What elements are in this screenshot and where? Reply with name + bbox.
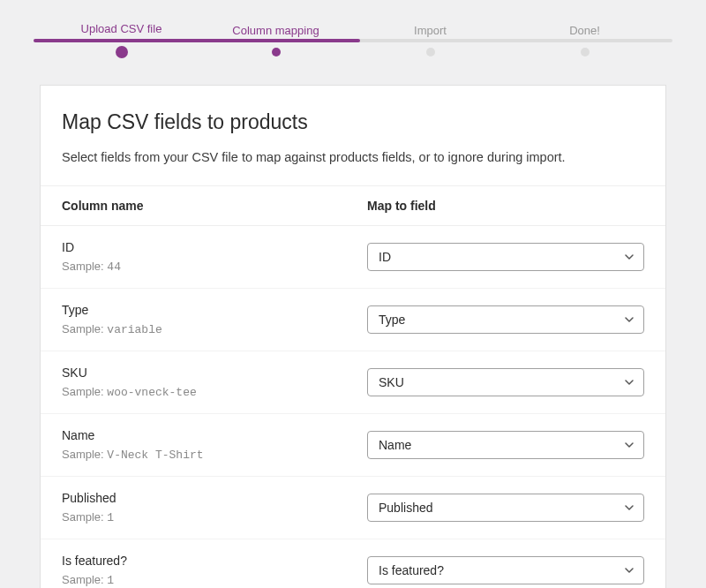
page-description: Select fields from your CSV file to map …: [62, 148, 644, 168]
column-name: Type: [62, 303, 367, 317]
column-sample: Sample: V-Neck T-Shirt: [62, 448, 367, 462]
step-column-mapping[interactable]: Column mapping: [199, 24, 353, 57]
select-value: Type: [379, 313, 405, 327]
step-label: Upload CSV file: [81, 22, 162, 35]
row-map: ID: [367, 243, 644, 271]
table-row: SKU Sample: woo-vneck-tee SKU: [41, 351, 665, 414]
chevron-down-icon: [624, 252, 635, 262]
row-info: ID Sample: 44: [62, 240, 367, 274]
row-info: Type Sample: variable: [62, 303, 367, 336]
chevron-down-icon: [624, 314, 635, 325]
table-row: Published Sample: 1 Published: [41, 477, 665, 539]
map-field-select[interactable]: Name: [367, 431, 644, 459]
table-row: Is featured? Sample: 1 Is featured?: [41, 539, 665, 588]
chevron-down-icon: [624, 440, 635, 450]
step-done: Done!: [507, 24, 662, 57]
row-info: SKU Sample: woo-vneck-tee: [62, 366, 367, 399]
map-field-select[interactable]: SKU: [367, 368, 644, 396]
step-upload[interactable]: Upload CSV file: [44, 22, 199, 58]
column-name: SKU: [62, 366, 367, 380]
table-row: Type Sample: variable Type: [41, 289, 665, 351]
map-field-select[interactable]: Is featured?: [367, 556, 644, 584]
column-name: Name: [62, 428, 367, 442]
step-dot-icon: [426, 48, 435, 57]
step-import: Import: [353, 24, 507, 57]
step-dot-icon: [116, 46, 128, 58]
step-label: Column mapping: [232, 24, 319, 37]
step-dot-icon: [272, 48, 281, 57]
map-field-select[interactable]: ID: [367, 243, 644, 271]
step-label: Done!: [569, 24, 600, 37]
row-map: Is featured?: [367, 556, 644, 584]
column-name: Published: [62, 491, 367, 505]
page-title: Map CSV fields to products: [62, 110, 644, 134]
step-label: Import: [414, 24, 447, 37]
row-info: Is featured? Sample: 1: [62, 554, 367, 587]
select-value: SKU: [379, 375, 404, 389]
column-name: Is featured?: [62, 554, 367, 568]
mapping-panel: Map CSV fields to products Select fields…: [40, 85, 666, 588]
row-info: Published Sample: 1: [62, 491, 367, 524]
column-sample: Sample: variable: [62, 322, 367, 336]
select-value: ID: [379, 250, 391, 264]
column-name: ID: [62, 240, 367, 254]
row-info: Name Sample: V-Neck T-Shirt: [62, 428, 367, 462]
select-value: Published: [379, 501, 433, 515]
row-map: Type: [367, 305, 644, 334]
panel-header: Map CSV fields to products Select fields…: [41, 86, 665, 185]
chevron-down-icon: [624, 502, 635, 513]
map-field-select[interactable]: Type: [367, 305, 644, 334]
select-value: Name: [379, 438, 411, 452]
step-dot-icon: [581, 48, 590, 57]
map-field-select[interactable]: Published: [367, 494, 644, 522]
select-value: Is featured?: [379, 563, 444, 577]
column-sample: Sample: 1: [62, 573, 367, 587]
table-row: Name Sample: V-Neck T-Shirt Name: [41, 414, 665, 477]
column-sample: Sample: 44: [62, 260, 367, 274]
chevron-down-icon: [624, 565, 635, 576]
table-header-row: Column name Map to field: [41, 185, 665, 226]
import-stepper: Upload CSV file Column mapping Import Do…: [0, 0, 706, 58]
column-sample: Sample: 1: [62, 510, 367, 524]
column-name-header: Column name: [62, 199, 367, 213]
row-map: SKU: [367, 368, 644, 396]
chevron-down-icon: [624, 377, 635, 388]
map-to-field-header: Map to field: [367, 199, 644, 213]
column-sample: Sample: woo-vneck-tee: [62, 385, 367, 399]
row-map: Published: [367, 494, 644, 522]
table-row: ID Sample: 44 ID: [41, 226, 665, 289]
row-map: Name: [367, 431, 644, 459]
